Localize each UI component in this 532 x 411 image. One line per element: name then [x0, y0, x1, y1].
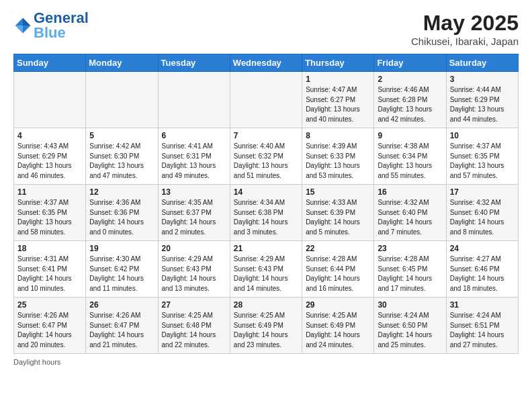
day-info: Sunrise: 4:31 AMSunset: 6:41 PMDaylight:…	[17, 255, 82, 293]
svg-marker-3	[15, 26, 23, 33]
day-number: 13	[162, 187, 226, 197]
svg-marker-2	[23, 26, 30, 33]
day-number: 27	[162, 300, 226, 310]
day-info: Sunrise: 4:38 AMSunset: 6:34 PMDaylight:…	[378, 142, 442, 181]
calendar-cell	[230, 72, 302, 128]
day-number: 7	[234, 131, 298, 140]
day-number: 2	[378, 75, 442, 84]
day-number: 23	[378, 244, 442, 253]
day-number: 28	[234, 300, 298, 310]
logo: General Blue	[13, 11, 89, 40]
day-number: 22	[306, 244, 370, 253]
calendar: SundayMondayTuesdayWednesdayThursdayFrid…	[13, 54, 519, 354]
week-row-4: 18Sunrise: 4:31 AMSunset: 6:41 PMDayligh…	[14, 241, 519, 298]
day-number: 20	[162, 244, 226, 253]
footer: Daylight hours	[13, 358, 519, 366]
title-block: May 2025 Chikusei, Ibaraki, Japan	[411, 11, 519, 47]
day-number: 1	[306, 75, 370, 84]
day-info: Sunrise: 4:30 AMSunset: 6:42 PMDaylight:…	[89, 255, 154, 293]
calendar-cell: 13Sunrise: 4:35 AMSunset: 6:37 PMDayligh…	[158, 185, 230, 241]
day-number: 9	[378, 131, 442, 140]
week-row-5: 25Sunrise: 4:26 AMSunset: 6:47 PMDayligh…	[14, 298, 519, 354]
weekday-header-sunday: Sunday	[14, 54, 86, 72]
day-info: Sunrise: 4:40 AMSunset: 6:32 PMDaylight:…	[234, 142, 298, 181]
day-info: Sunrise: 4:25 AMSunset: 6:48 PMDaylight:…	[162, 311, 226, 350]
week-row-3: 11Sunrise: 4:37 AMSunset: 6:35 PMDayligh…	[14, 185, 519, 241]
day-info: Sunrise: 4:34 AMSunset: 6:38 PMDaylight:…	[234, 198, 298, 237]
day-number: 26	[89, 300, 154, 310]
calendar-header: SundayMondayTuesdayWednesdayThursdayFrid…	[14, 54, 519, 72]
calendar-cell: 18Sunrise: 4:31 AMSunset: 6:41 PMDayligh…	[14, 241, 86, 298]
calendar-cell: 20Sunrise: 4:29 AMSunset: 6:43 PMDayligh…	[158, 241, 230, 298]
day-info: Sunrise: 4:29 AMSunset: 6:43 PMDaylight:…	[162, 255, 226, 293]
calendar-cell: 24Sunrise: 4:27 AMSunset: 6:46 PMDayligh…	[446, 241, 518, 298]
calendar-cell: 31Sunrise: 4:24 AMSunset: 6:51 PMDayligh…	[446, 298, 518, 354]
day-number: 31	[450, 300, 515, 310]
day-info: Sunrise: 4:36 AMSunset: 6:36 PMDaylight:…	[89, 198, 154, 237]
day-info: Sunrise: 4:25 AMSunset: 6:49 PMDaylight:…	[234, 311, 298, 350]
weekday-header-friday: Friday	[374, 54, 446, 72]
day-number: 10	[450, 131, 515, 140]
calendar-cell: 23Sunrise: 4:28 AMSunset: 6:45 PMDayligh…	[374, 241, 446, 298]
daylight-label: Daylight hours	[13, 358, 60, 366]
day-number: 4	[17, 131, 82, 140]
day-number: 14	[234, 187, 298, 197]
day-info: Sunrise: 4:28 AMSunset: 6:45 PMDaylight:…	[378, 255, 442, 293]
header: General Blue May 2025 Chikusei, Ibaraki,…	[13, 11, 519, 47]
day-info: Sunrise: 4:28 AMSunset: 6:44 PMDaylight:…	[306, 255, 370, 293]
day-info: Sunrise: 4:42 AMSunset: 6:30 PMDaylight:…	[89, 142, 154, 181]
calendar-cell: 28Sunrise: 4:25 AMSunset: 6:49 PMDayligh…	[230, 298, 302, 354]
calendar-cell: 15Sunrise: 4:33 AMSunset: 6:39 PMDayligh…	[302, 185, 374, 241]
day-number: 5	[89, 131, 154, 140]
calendar-cell: 1Sunrise: 4:47 AMSunset: 6:27 PMDaylight…	[302, 72, 374, 128]
calendar-cell: 16Sunrise: 4:32 AMSunset: 6:40 PMDayligh…	[374, 185, 446, 241]
weekday-header-thursday: Thursday	[302, 54, 374, 72]
day-number: 19	[89, 244, 154, 253]
calendar-cell: 17Sunrise: 4:32 AMSunset: 6:40 PMDayligh…	[446, 185, 518, 241]
calendar-cell: 11Sunrise: 4:37 AMSunset: 6:35 PMDayligh…	[14, 185, 86, 241]
day-number: 21	[234, 244, 298, 253]
day-info: Sunrise: 4:41 AMSunset: 6:31 PMDaylight:…	[162, 142, 226, 181]
calendar-cell: 14Sunrise: 4:34 AMSunset: 6:38 PMDayligh…	[230, 185, 302, 241]
day-number: 17	[450, 187, 515, 197]
day-info: Sunrise: 4:37 AMSunset: 6:35 PMDaylight:…	[17, 198, 82, 237]
day-info: Sunrise: 4:47 AMSunset: 6:27 PMDaylight:…	[306, 85, 370, 124]
calendar-cell: 7Sunrise: 4:40 AMSunset: 6:32 PMDaylight…	[230, 128, 302, 185]
calendar-cell: 19Sunrise: 4:30 AMSunset: 6:42 PMDayligh…	[86, 241, 158, 298]
day-info: Sunrise: 4:32 AMSunset: 6:40 PMDaylight:…	[378, 198, 442, 237]
day-info: Sunrise: 4:26 AMSunset: 6:47 PMDaylight:…	[89, 311, 154, 350]
logo-blue: Blue	[34, 24, 66, 41]
calendar-cell: 21Sunrise: 4:29 AMSunset: 6:43 PMDayligh…	[230, 241, 302, 298]
day-number: 15	[306, 187, 370, 197]
calendar-cell: 10Sunrise: 4:37 AMSunset: 6:35 PMDayligh…	[446, 128, 518, 185]
day-number: 18	[17, 244, 82, 253]
calendar-cell: 22Sunrise: 4:28 AMSunset: 6:44 PMDayligh…	[302, 241, 374, 298]
page: General Blue May 2025 Chikusei, Ibaraki,…	[0, 0, 532, 411]
day-number: 30	[378, 300, 442, 310]
weekday-header-wednesday: Wednesday	[230, 54, 302, 72]
main-title: May 2025	[411, 11, 519, 36]
calendar-cell: 12Sunrise: 4:36 AMSunset: 6:36 PMDayligh…	[86, 185, 158, 241]
day-info: Sunrise: 4:46 AMSunset: 6:28 PMDaylight:…	[378, 85, 442, 124]
day-info: Sunrise: 4:39 AMSunset: 6:33 PMDaylight:…	[306, 142, 370, 181]
day-number: 16	[378, 187, 442, 197]
calendar-body: 1Sunrise: 4:47 AMSunset: 6:27 PMDaylight…	[14, 72, 519, 354]
logo-text: General Blue	[34, 11, 89, 40]
day-info: Sunrise: 4:33 AMSunset: 6:39 PMDaylight:…	[306, 198, 370, 237]
calendar-cell: 9Sunrise: 4:38 AMSunset: 6:34 PMDaylight…	[374, 128, 446, 185]
calendar-cell: 3Sunrise: 4:44 AMSunset: 6:29 PMDaylight…	[446, 72, 518, 128]
day-number: 3	[450, 75, 515, 84]
day-number: 11	[17, 187, 82, 197]
calendar-cell: 26Sunrise: 4:26 AMSunset: 6:47 PMDayligh…	[86, 298, 158, 354]
week-row-2: 4Sunrise: 4:43 AMSunset: 6:29 PMDaylight…	[14, 128, 519, 185]
calendar-cell	[14, 72, 86, 128]
day-info: Sunrise: 4:37 AMSunset: 6:35 PMDaylight:…	[450, 142, 515, 181]
calendar-cell: 4Sunrise: 4:43 AMSunset: 6:29 PMDaylight…	[14, 128, 86, 185]
week-row-1: 1Sunrise: 4:47 AMSunset: 6:27 PMDaylight…	[14, 72, 519, 128]
day-info: Sunrise: 4:32 AMSunset: 6:40 PMDaylight:…	[450, 198, 515, 237]
weekday-header-saturday: Saturday	[446, 54, 518, 72]
day-info: Sunrise: 4:35 AMSunset: 6:37 PMDaylight:…	[162, 198, 226, 237]
weekday-row: SundayMondayTuesdayWednesdayThursdayFrid…	[14, 54, 519, 72]
day-info: Sunrise: 4:44 AMSunset: 6:29 PMDaylight:…	[450, 85, 515, 124]
day-info: Sunrise: 4:27 AMSunset: 6:46 PMDaylight:…	[450, 255, 515, 293]
